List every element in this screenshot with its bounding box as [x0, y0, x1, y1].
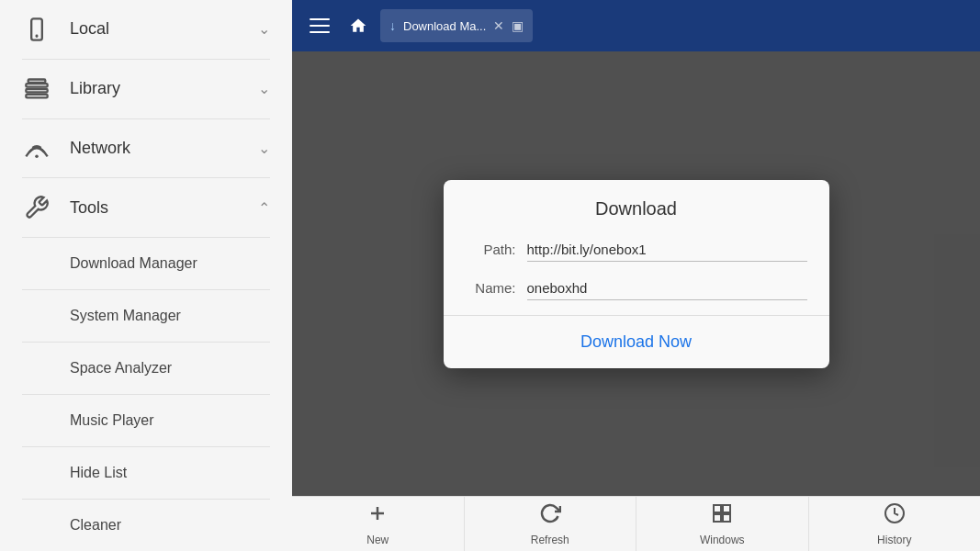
sidebar-item-hide-list[interactable]: Hide List [0, 447, 292, 499]
path-field: Path: [466, 238, 807, 262]
download-modal: Download Path: Name: Download Now [444, 180, 829, 368]
sidebar-item-music-player[interactable]: Music Player [0, 395, 292, 446]
history-icon [884, 502, 906, 530]
download-manager-label: Download Manager [70, 255, 197, 272]
sidebar-item-tools-label: Tools [70, 198, 258, 218]
sidebar-item-space-analyzer[interactable]: Space Analyzer [0, 343, 292, 394]
browser-content: Download Path: Name: Download Now [292, 51, 980, 496]
path-input[interactable] [527, 238, 807, 262]
browser-bar: ↓ Download Ma... ✕ ▣ [292, 0, 980, 51]
chevron-down-icon-net: ⌄ [258, 140, 270, 157]
name-field: Name: [466, 276, 807, 300]
sidebar-item-local-label: Local [70, 19, 258, 39]
sidebar-item-network[interactable]: Network ⌄ [0, 119, 292, 178]
hide-list-label: Hide List [70, 465, 127, 481]
menu-line [310, 18, 330, 20]
svg-rect-4 [26, 94, 47, 97]
modal-title: Download [595, 198, 677, 219]
refresh-label: Refresh [531, 534, 569, 546]
windows-icon [711, 502, 733, 530]
sidebar: Local ⌄ Library ⌄ Network ⌄ [0, 0, 292, 551]
chevron-up-icon-tools: ⌃ [258, 199, 270, 217]
svg-rect-2 [26, 84, 47, 87]
tools-submenu: Download Manager System Manager Space An… [0, 238, 292, 551]
new-button[interactable]: New [292, 497, 465, 551]
svg-point-6 [35, 155, 39, 159]
svg-rect-11 [714, 514, 721, 522]
modal-overlay: Download Path: Name: Download Now [292, 51, 980, 496]
sidebar-item-tools[interactable]: Tools ⌃ [0, 178, 292, 237]
modal-footer: Download Now [444, 316, 829, 368]
history-button[interactable]: History [809, 497, 981, 551]
modal-body: Path: Name: [444, 231, 829, 300]
sidebar-item-system-manager[interactable]: System Manager [0, 290, 292, 342]
path-label: Path: [466, 242, 516, 257]
svg-rect-9 [714, 505, 721, 512]
sidebar-item-download-manager[interactable]: Download Manager [0, 238, 292, 289]
svg-rect-3 [26, 89, 47, 93]
cleaner-label: Cleaner [70, 517, 121, 534]
sidebar-item-library[interactable]: Library ⌄ [0, 60, 292, 118]
name-label: Name: [466, 280, 516, 296]
refresh-icon [539, 502, 561, 530]
new-label: New [366, 534, 389, 546]
system-manager-label: System Manager [70, 308, 181, 324]
menu-line [310, 31, 330, 33]
history-label: History [877, 534, 911, 546]
music-player-label: Music Player [70, 412, 154, 429]
tab-close-button[interactable]: ✕ [493, 18, 504, 33]
modal-header: Download [444, 180, 829, 231]
main-content: ↓ Download Ma... ✕ ▣ Download Path: Name… [292, 0, 980, 551]
menu-line [310, 25, 330, 27]
chevron-down-icon-lib: ⌄ [258, 80, 270, 97]
sidebar-item-library-label: Library [70, 79, 258, 98]
svg-rect-10 [723, 505, 730, 512]
svg-rect-12 [723, 514, 730, 522]
name-input[interactable] [527, 276, 807, 300]
browser-tab[interactable]: ↓ Download Ma... ✕ ▣ [380, 9, 533, 42]
windows-button[interactable]: Windows [636, 497, 809, 551]
network-icon [22, 135, 51, 161]
sidebar-item-network-label: Network [70, 139, 258, 158]
bottom-toolbar: New Refresh Windows [292, 496, 980, 551]
chevron-down-icon: ⌄ [258, 20, 270, 38]
svg-rect-5 [28, 79, 46, 83]
tab-title: Download Ma... [403, 19, 486, 33]
plus-icon [366, 502, 389, 530]
library-icon [22, 76, 51, 102]
sidebar-item-cleaner[interactable]: Cleaner [0, 500, 292, 551]
windows-label: Windows [700, 534, 745, 546]
download-now-button[interactable]: Download Now [444, 316, 829, 368]
home-button[interactable] [344, 11, 373, 40]
tools-icon [22, 195, 51, 220]
tab-pin-icon: ▣ [512, 18, 524, 33]
sidebar-item-local[interactable]: Local ⌄ [0, 0, 292, 59]
download-tab-icon: ↓ [389, 18, 396, 33]
phone-icon [22, 17, 51, 42]
hamburger-menu-button[interactable] [303, 9, 336, 42]
refresh-button[interactable]: Refresh [465, 497, 637, 551]
space-analyzer-label: Space Analyzer [70, 360, 172, 377]
